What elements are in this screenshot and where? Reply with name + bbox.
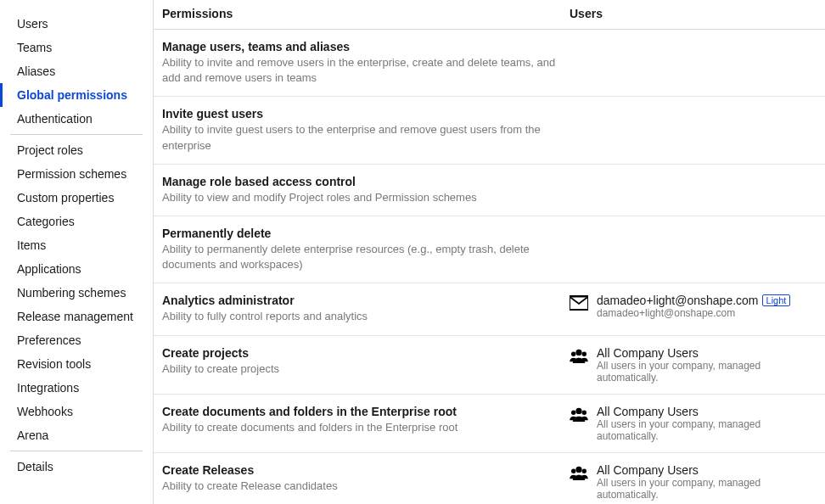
sidebar-item-webhooks[interactable]: Webhooks [0,400,143,423]
permission-title: Manage users, teams and aliases [162,40,570,53]
main-panel: Permissions Users Manage users, teams an… [153,0,825,504]
group-icon [570,348,588,363]
permission-row[interactable]: Permanently deleteAbility to permanently… [154,216,825,283]
permission-row[interactable]: Manage role based access controlAbility … [154,165,825,216]
permissions-list: Manage users, teams and aliasesAbility t… [154,30,825,504]
user-subtext: All users in your company, managed autom… [597,360,817,384]
permission-row[interactable]: Invite guest usersAbility to invite gues… [154,97,825,164]
permission-row[interactable]: Create ReleasesAbility to create Release… [154,453,825,505]
permission-row[interactable]: Analytics administratorAbility to fully … [154,283,825,335]
user-entry: All Company UsersAll users in your compa… [570,463,817,501]
permission-title: Create documents and folders in the Ente… [162,405,570,418]
permission-row[interactable]: Manage users, teams and aliasesAbility t… [154,30,825,97]
sidebar-item-items[interactable]: Items [0,233,143,257]
permission-title: Manage role based access control [162,175,570,188]
header-users: Users [570,7,817,20]
sidebar-item-revision-tools[interactable]: Revision tools [0,352,143,376]
user-name: All Company Users [597,463,699,477]
group-icon [570,465,588,480]
sidebar-item-global-permissions[interactable]: Global permissions [0,83,143,107]
header-permissions: Permissions [162,7,570,20]
permission-description: Ability to view and modify Project roles… [162,190,570,205]
envelope-icon [570,295,588,311]
permission-title: Invite guest users [162,107,570,120]
sidebar-group-1: UsersTeamsAliasesGlobal permissionsAuthe… [10,8,143,135]
user-entry: All Company UsersAll users in your compa… [570,405,817,442]
sidebar-item-numbering-schemes[interactable]: Numbering schemes [0,281,143,305]
user-subtext: damadeo+light@onshape.com [597,307,790,319]
permission-description: Ability to create documents and folders … [162,420,570,435]
table-header: Permissions Users [154,0,825,30]
sidebar-item-teams[interactable]: Teams [0,36,143,59]
permission-description: Ability to invite guest users to the ent… [162,122,570,153]
sidebar-item-authentication[interactable]: Authentication [0,107,143,131]
user-name: All Company Users [597,405,699,418]
permission-row[interactable]: Create documents and folders in the Ente… [154,395,825,453]
user-subtext: All users in your company, managed autom… [597,477,817,501]
permission-description: Ability to permanently delete enterprise… [162,242,570,272]
sidebar-item-project-roles[interactable]: Project roles [0,138,143,162]
user-entry: All Company UsersAll users in your compa… [570,346,817,384]
sidebar-group-3: Details [10,451,143,482]
permission-description: Ability to create Release candidates [162,479,570,494]
sidebar-group-2: Project rolesPermission schemesCustom pr… [10,135,143,451]
permission-title: Create projects [162,346,570,360]
permission-description: Ability to fully control reports and ana… [162,309,570,324]
user-name: All Company Users [597,346,699,360]
sidebar-item-permission-schemes[interactable]: Permission schemes [0,162,143,186]
user-name: damadeo+light@onshape.com [597,294,759,307]
group-icon [570,406,588,422]
sidebar-item-applications[interactable]: Applications [0,257,143,281]
user-entry: damadeo+light@onshape.comLightdamadeo+li… [570,294,817,319]
user-badge: Light [762,294,791,306]
sidebar-item-details[interactable]: Details [0,455,143,479]
sidebar-item-custom-properties[interactable]: Custom properties [0,186,143,210]
sidebar: UsersTeamsAliasesGlobal permissionsAuthe… [0,0,153,504]
sidebar-item-integrations[interactable]: Integrations [0,376,143,400]
sidebar-item-aliases[interactable]: Aliases [0,59,143,83]
permission-title: Permanently delete [162,227,570,240]
permission-row[interactable]: Create projectsAbility to create project… [154,336,825,395]
user-subtext: All users in your company, managed autom… [597,418,817,442]
permission-title: Create Releases [162,463,570,477]
permission-description: Ability to invite and remove users in th… [162,55,570,86]
sidebar-item-preferences[interactable]: Preferences [0,328,143,352]
permission-description: Ability to create projects [162,361,570,377]
sidebar-item-users[interactable]: Users [0,12,143,36]
permission-title: Analytics administrator [162,294,570,307]
sidebar-item-arena[interactable]: Arena [0,423,143,447]
sidebar-item-release-management[interactable]: Release management [0,305,143,328]
sidebar-item-categories[interactable]: Categories [0,210,143,233]
